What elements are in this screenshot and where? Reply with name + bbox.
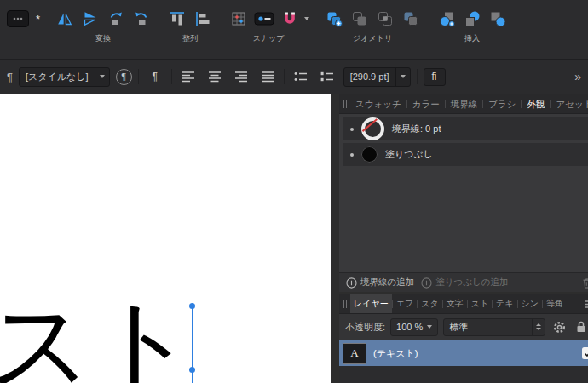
preset-button[interactable] [7,10,29,27]
blend-mode-dropdown[interactable]: 標準 [443,318,545,336]
flip-vertical-button[interactable] [79,8,101,30]
insert-on-top-icon [489,10,506,27]
rotate-right-button[interactable] [130,8,153,30]
delete-item-button[interactable] [581,277,588,289]
toolbar-overflow-chevron[interactable]: » [574,70,581,83]
tab-assets[interactable]: アセット [551,94,588,113]
panel-menu-button[interactable] [583,300,588,309]
plus-circle-icon [346,277,357,289]
context-toolbar: ¶ [スタイルなし] ¶ ¶ [290.9 pt] [0,60,588,94]
tab-stroke2[interactable]: スト [468,294,492,313]
text-style-value: [スタイルなし] [20,71,95,83]
boolean-divide-icon [402,10,419,27]
boolean-add-icon [326,10,343,27]
flip-horizontal-button[interactable] [54,8,76,30]
snap-options-button[interactable] [253,8,275,30]
lock-layer-button[interactable] [573,318,588,335]
check-icon [584,350,588,357]
grid-button[interactable] [228,8,250,30]
appearance-panel: スウォッチ カラー 境界線 ブラシ 外観 アセット 境界 [339,94,588,292]
stroke-item-row[interactable]: 境界線: 0 pt [343,117,588,140]
tab-symbols[interactable]: シン [518,294,542,313]
align-vertical-button[interactable] [192,8,214,30]
align-justify-button[interactable] [257,67,278,86]
tab-swatches[interactable]: スウォッチ [350,94,406,113]
appearance-actions-bar: 境界線の追加 塗りつぶしの追加 [339,272,588,292]
separator [138,69,139,84]
fill-swatch-icon[interactable] [361,146,378,163]
font-size-dropdown[interactable]: [290.9 pt] [343,67,411,87]
item-bullet-icon [350,153,354,157]
align-right-icon [233,70,249,83]
paragraph-panel-toggle[interactable]: ¶ [116,69,132,85]
tab-character[interactable]: 文字 [443,294,467,313]
document-canvas[interactable]: スト [0,94,331,383]
tab-color[interactable]: カラー [407,94,445,113]
main-area: スト スウォッチ カラー 境界線 ブラシ 外観 [0,94,588,383]
layer-row-selected[interactable]: A (テキスト) [339,340,588,366]
numbered-list-icon [320,70,335,83]
align-left-icon [181,70,196,83]
align-horizontal-button[interactable] [166,8,188,30]
panel-sidebar: スウォッチ カラー 境界線 ブラシ 外観 アセット 境界 [331,94,588,383]
tab-text[interactable]: テキ [493,294,516,313]
tab-brushes[interactable]: ブラシ [483,94,521,113]
paragraph-mark-icon: ¶ [7,71,13,83]
panel-drag-handle-icon[interactable] [343,100,347,108]
layer-options-row: 不透明度: 100 % 標準 [339,314,588,340]
stroke-swatch-icon[interactable] [361,117,384,140]
blend-options-button[interactable] [551,318,568,335]
ligatures-button[interactable]: fi [424,68,446,86]
text-style-dropdown[interactable]: [スタイルなし] [19,67,110,87]
align-center-button[interactable] [205,67,225,86]
toolbar-group-transform: 変換 [54,6,153,44]
geometry-subtract-button[interactable] [349,8,371,30]
text-style-dropdown-button[interactable] [95,68,109,86]
font-size-dropdown-button[interactable] [395,68,410,86]
add-fill-button[interactable]: 塗りつぶしの追加 [421,277,508,289]
tab-appearance[interactable]: 外観 [522,94,550,113]
opacity-dropdown[interactable]: 100 % [390,318,438,336]
layer-list: A (テキスト) [339,340,588,383]
gear-icon [552,320,567,334]
selection-handle-mid-right[interactable] [189,367,195,373]
blend-mode-value: 標準 [449,321,468,334]
separator [417,69,418,84]
layer-visibility-checkbox[interactable] [582,347,588,359]
insert-behind-button[interactable] [435,8,458,30]
tab-styles[interactable]: スタ [418,294,441,313]
group-label-transform: 変換 [95,33,111,44]
toolbar-group-align: 整列 [166,6,214,44]
align-left-button[interactable] [178,67,199,86]
snapping-toggle-button[interactable] [279,8,301,30]
fill-item-label: 塗りつぶし [385,148,433,161]
selection-handle-top-right[interactable] [189,303,195,309]
group-label-insert: 挿入 [464,33,480,44]
snap-dropdown-arrow-icon[interactable] [304,17,309,20]
bullet-list-icon [293,70,308,83]
add-stroke-button[interactable]: 境界線の追加 [346,277,414,289]
insert-inside-button[interactable] [461,8,483,30]
plus-circle-icon [421,277,432,289]
tab-layers[interactable]: レイヤー [350,294,392,313]
align-vertical-icon [194,10,211,27]
layers-panel: レイヤー エフ スタ 文字 スト テキ シン 等角 [339,294,588,383]
geometry-divide-button[interactable] [400,8,422,30]
show-invisibles-toggle[interactable]: ¶ [145,67,165,86]
align-right-button[interactable] [231,67,251,86]
tab-effects[interactable]: エフ [393,294,417,313]
stepper-arrows-icon[interactable] [532,319,545,335]
tab-stroke[interactable]: 境界線 [446,94,483,113]
fill-item-row[interactable]: 塗りつぶし [343,143,588,166]
layer-thumbnail[interactable]: A [343,343,366,364]
tab-isometric[interactable]: 等角 [543,294,567,313]
numbered-list-button[interactable] [317,67,337,86]
insert-on-top-button[interactable] [487,8,509,30]
geometry-intersect-button[interactable] [374,8,396,30]
bullet-list-button[interactable] [291,67,311,86]
geometry-add-button[interactable] [323,8,345,30]
panel-drag-handle-icon[interactable] [343,300,347,308]
font-size-value: [290.9 pt] [344,71,395,82]
appearance-tabbar: スウォッチ カラー 境界線 ブラシ 外観 アセット [339,94,588,114]
rotate-left-button[interactable] [105,8,127,30]
